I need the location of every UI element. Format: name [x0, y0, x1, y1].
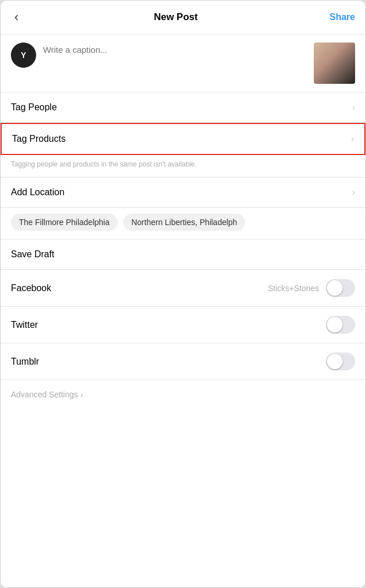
tumblr-right — [326, 353, 355, 370]
toggle-knob — [327, 354, 342, 369]
avatar: Y — [11, 42, 36, 68]
toggle-knob — [327, 317, 342, 332]
location-chips: The Fillmore Philadelphia Northern Liber… — [1, 208, 365, 239]
caption-area: Y — [1, 34, 365, 92]
phone-frame: ‹ New Post Share Y Tag People › Tag Prod… — [0, 0, 366, 588]
tag-products-row[interactable]: Tag Products › — [1, 123, 365, 155]
share-button[interactable]: Share — [330, 12, 355, 22]
tag-people-label: Tag People — [11, 102, 57, 113]
tag-products-label: Tag Products — [12, 134, 65, 144]
twitter-label: Twitter — [11, 320, 38, 330]
tag-people-row[interactable]: Tag People › — [1, 92, 365, 123]
facebook-toggle[interactable] — [326, 279, 355, 297]
location-chip-northern[interactable]: Northern Liberties, Philadelph — [123, 214, 245, 231]
back-button[interactable]: ‹ — [11, 9, 22, 26]
twitter-right — [326, 316, 355, 334]
twitter-row: Twitter — [1, 307, 365, 343]
tagging-note: Tagging people and products in the same … — [1, 155, 365, 177]
location-chip-fillmore[interactable]: The Fillmore Philadelphia — [11, 214, 118, 231]
save-draft-label: Save Draft — [11, 249, 54, 259]
chevron-right-icon: › — [352, 102, 355, 113]
add-location-chevron-icon: › — [352, 187, 355, 198]
facebook-row: Facebook Sticks+Stones — [1, 270, 365, 307]
twitter-toggle[interactable] — [326, 316, 355, 334]
facebook-right: Sticks+Stones — [268, 279, 355, 297]
tumblr-row: Tumblr — [1, 343, 365, 380]
facebook-account: Sticks+Stones — [268, 284, 319, 293]
photo-thumbnail — [314, 42, 355, 84]
caption-input[interactable] — [43, 42, 307, 55]
header: ‹ New Post Share — [1, 1, 365, 34]
tumblr-toggle[interactable] — [326, 353, 355, 370]
bottom-spacer — [1, 409, 365, 587]
advanced-settings-label: Advanced Settings — [11, 390, 78, 399]
toggle-knob — [327, 280, 342, 296]
tag-products-chevron-icon: › — [351, 134, 354, 144]
svg-text:Y: Y — [21, 51, 26, 60]
advanced-chevron-icon: › — [80, 390, 83, 399]
tumblr-label: Tumblr — [11, 357, 39, 367]
page-title: New Post — [154, 11, 198, 23]
facebook-label: Facebook — [11, 283, 51, 293]
add-location-label: Add Location — [11, 187, 64, 198]
save-draft-row[interactable]: Save Draft — [1, 239, 365, 270]
tagging-note-text: Tagging people and products in the same … — [11, 160, 197, 168]
add-location-row[interactable]: Add Location › — [1, 177, 365, 208]
advanced-settings-row[interactable]: Advanced Settings › — [1, 380, 365, 409]
